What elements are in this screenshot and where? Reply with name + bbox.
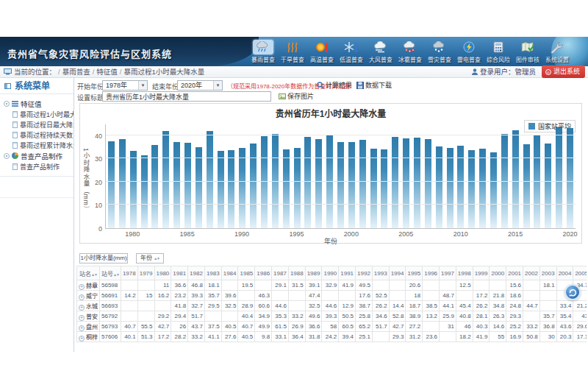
expand-row-icon[interactable]: + [79, 284, 85, 290]
breadcrumb-link[interactable]: 特征值 [96, 68, 118, 76]
bar-2007[interactable] [425, 139, 431, 228]
col-year-1991[interactable]: 1991 [339, 266, 356, 280]
bar-1992[interactable] [261, 136, 268, 228]
col-station-name[interactable]: 站名▲▼ [77, 266, 100, 280]
year-sort-control[interactable]: 年份 ▲▼ [136, 253, 164, 263]
toolbar-item-risk[interactable]: 综合风险 [484, 40, 513, 63]
bar-2005[interactable] [403, 138, 409, 228]
sidebar-group-0[interactable]: 特征值 [0, 98, 74, 109]
col-year-1988[interactable]: 1988 [288, 266, 305, 280]
sidebar-group-1[interactable]: 普查产品制作 [0, 150, 74, 161]
expander-icon[interactable] [4, 101, 10, 107]
col-year-2003[interactable]: 2003 [539, 266, 556, 280]
bar-1994[interactable] [283, 149, 290, 228]
bar-1983[interactable] [162, 131, 169, 228]
sidebar-item-1-0[interactable]: 普查产品制作 [0, 161, 74, 171]
col-year-1990[interactable]: 1990 [322, 266, 339, 280]
bar-2009[interactable] [447, 148, 453, 228]
toolbar-item-rain[interactable]: 暴雨普查 [248, 40, 278, 63]
bar-1991[interactable] [250, 144, 257, 228]
toolbar-item-cold[interactable]: 低温普查 [337, 40, 366, 63]
bar-2016[interactable] [523, 144, 530, 228]
col-year-1998[interactable]: 1998 [456, 266, 473, 280]
toolbar-item-settings[interactable]: 系统设置 [542, 40, 572, 63]
col-year-1996[interactable]: 1996 [423, 266, 440, 280]
col-year-1983[interactable]: 1983 [204, 266, 221, 280]
col-year-1987[interactable]: 1987 [272, 266, 289, 280]
col-year-1985[interactable]: 1985 [238, 266, 255, 280]
col-year-1997[interactable]: 1997 [440, 266, 456, 280]
col-year-2004[interactable]: 2004 [556, 266, 573, 280]
bar-2003[interactable] [381, 149, 387, 228]
end-year-select[interactable]: 2020年 ▼ [177, 80, 223, 91]
col-year-1999[interactable]: 1999 [473, 266, 490, 280]
toolbar-item-lightning[interactable]: 雷电普查 [454, 40, 484, 63]
bar-2018[interactable] [545, 144, 551, 228]
bar-2020[interactable] [567, 128, 573, 228]
expand-row-icon[interactable]: + [79, 294, 85, 300]
col-year-1984[interactable]: 1984 [221, 266, 238, 280]
station-name-cell[interactable]: +普安 [77, 311, 100, 322]
station-name-cell[interactable]: +桐梓 [77, 332, 100, 342]
col-year-1993[interactable]: 1993 [372, 266, 389, 280]
col-year-2002[interactable]: 2002 [523, 266, 540, 280]
bar-2012[interactable] [479, 149, 486, 228]
toolbar-item-heat[interactable]: 高温普查 [307, 40, 337, 63]
floating-refresh-button[interactable] [564, 284, 581, 300]
bar-1988[interactable] [218, 151, 224, 228]
expand-row-icon[interactable]: + [79, 325, 85, 331]
col-year-2001[interactable]: 2001 [506, 266, 523, 280]
toolbar-item-snow[interactable]: 雪灾普查 [425, 40, 454, 63]
col-year-1980[interactable]: 1980 [154, 266, 171, 280]
bar-2008[interactable] [436, 146, 442, 228]
start-year-select[interactable]: 1978年 ▼ [102, 80, 148, 91]
bar-2006[interactable] [414, 138, 420, 228]
sidebar-item-0-2[interactable]: 暴雨过程持续天数 [0, 130, 74, 140]
bar-1989[interactable] [228, 150, 234, 228]
bar-2002[interactable] [370, 149, 377, 228]
bar-1981[interactable] [141, 155, 148, 228]
bar-1997[interactable] [315, 139, 322, 228]
col-year-1978[interactable]: 1978 [121, 266, 137, 280]
col-year-1994[interactable]: 1994 [389, 266, 406, 280]
expand-row-icon[interactable]: + [79, 336, 85, 342]
save-image-button[interactable]: 保存图片 [279, 91, 314, 101]
bar-2019[interactable] [556, 127, 562, 228]
toolbar-item-hail[interactable]: 冰雹普查 [395, 40, 425, 63]
bar-1987[interactable] [207, 131, 213, 228]
expand-row-icon[interactable]: + [79, 305, 85, 311]
toolbar-item-drought[interactable]: 干旱普查 [278, 40, 307, 63]
bar-1980[interactable] [130, 151, 137, 228]
sidebar-item-0-3[interactable]: 暴雨过程累计降水量 [0, 140, 74, 150]
bar-1979[interactable] [119, 139, 126, 228]
unit-selector[interactable]: 1小时降水量(mm) [79, 253, 128, 263]
col-year-1981[interactable]: 1981 [171, 266, 188, 280]
bar-2001[interactable] [359, 140, 366, 228]
bar-2000[interactable] [348, 142, 355, 228]
bar-1978[interactable] [108, 141, 115, 228]
col-year-1982[interactable]: 1982 [188, 266, 205, 280]
station-name-cell[interactable]: +威宁 [77, 291, 100, 301]
logout-button[interactable]: o 退出系统 [542, 66, 585, 78]
calculate-button[interactable]: 计算结果 [317, 80, 352, 90]
col-year-2000[interactable]: 2000 [490, 266, 506, 280]
col-year-1995[interactable]: 1995 [406, 266, 423, 280]
bar-1999[interactable] [337, 142, 344, 228]
bar-2013[interactable] [490, 152, 497, 228]
col-year-1992[interactable]: 1992 [356, 266, 373, 280]
col-year-1979[interactable]: 1979 [137, 266, 154, 280]
bar-2017[interactable] [534, 135, 540, 228]
expand-row-icon[interactable]: + [79, 315, 85, 321]
bar-1995[interactable] [294, 148, 301, 228]
sidebar-item-0-0[interactable]: 暴雨过程1小时最大降水量 [0, 109, 74, 119]
col-year-2005[interactable]: 2005 [573, 266, 587, 280]
col-station-id[interactable]: 站号▲▼ [100, 266, 121, 280]
expander-icon[interactable] [4, 153, 10, 159]
bar-2015[interactable] [512, 130, 519, 228]
station-name-cell[interactable]: +水城 [77, 301, 100, 311]
download-button[interactable]: 数据下载 [356, 80, 392, 90]
bar-2011[interactable] [468, 150, 475, 228]
station-name-cell[interactable]: +赫章 [77, 280, 100, 291]
bar-1996[interactable] [304, 137, 311, 228]
chart-title-input[interactable] [102, 91, 271, 102]
